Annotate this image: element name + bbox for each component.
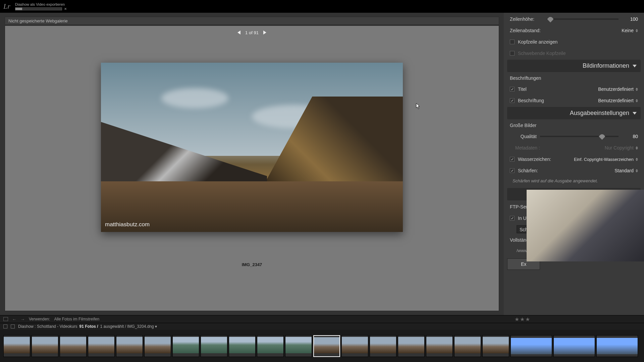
dropdown-arrows-icon <box>636 146 638 149</box>
dropdown-arrows-icon <box>636 88 638 91</box>
path-bar: Diashow : Schottland - Videokurs 91 Foto… <box>0 323 644 330</box>
bottom-panel: ← → Verwenden: Alle Fotos im Filmstreife… <box>0 315 644 362</box>
dropdown-arrows-icon <box>636 158 638 161</box>
photo-count: 91 Fotos / <box>79 324 98 329</box>
thumbnail[interactable] <box>32 335 58 357</box>
thumbnail[interactable] <box>398 335 425 357</box>
star-icon[interactable]: ★ <box>515 316 519 322</box>
thumbnail[interactable] <box>482 335 509 357</box>
collapse-icon <box>633 65 637 67</box>
filter-bar: ← → Verwenden: Alle Fotos im Filmstreife… <box>0 315 644 323</box>
dropdown-arrows-icon <box>636 99 638 102</box>
export-progress-label: Diashow als Video exportieren <box>15 2 67 6</box>
use-label: Verwenden: <box>29 317 50 321</box>
thumbnail[interactable] <box>370 335 396 357</box>
webcam-overlay <box>527 190 644 261</box>
thumbnail[interactable] <box>229 335 256 357</box>
dropdown-arrows-icon <box>636 29 638 32</box>
star-icon[interactable]: ★ <box>520 316 525 322</box>
thumbnail[interactable] <box>3 335 30 357</box>
thumbnail[interactable] <box>454 335 481 357</box>
thumbnail[interactable] <box>596 335 638 357</box>
thumbnail[interactable] <box>285 335 312 357</box>
photo-caption: IMG_2347 <box>242 262 262 267</box>
collapse-icon <box>633 112 637 115</box>
preview-pane: Nicht gespeicherte Webgalerie 1 of 91 <box>0 13 504 315</box>
export-progress-bar <box>15 7 62 10</box>
thumbnail[interactable] <box>60 335 87 357</box>
pager: 1 of 91 <box>237 29 266 36</box>
nav-next-icon[interactable]: → <box>20 317 25 322</box>
thumbnail[interactable] <box>341 335 368 357</box>
thumbnail[interactable] <box>88 335 115 357</box>
pager-text: 1 of 91 <box>245 30 259 35</box>
large-images-label: Große Bilder <box>507 121 641 130</box>
output-settings-panel-header[interactable]: Ausgabeeinstellungen <box>507 107 641 119</box>
app-logo: Lr <box>3 2 10 11</box>
titlebar: Lr Diashow als Video exportieren ✕ <box>0 0 644 13</box>
main-photo: matthiasbutz.com <box>101 63 403 232</box>
thumbnail-selected[interactable] <box>313 335 340 357</box>
sharpen-checkbox-row[interactable]: Schärfen: Standard <box>507 166 641 176</box>
grid-icon[interactable] <box>3 317 8 321</box>
thumbnail[interactable] <box>257 335 284 357</box>
watermark-text: matthiasbutz.com <box>105 221 150 228</box>
thumbnail[interactable] <box>553 335 595 357</box>
quality-slider[interactable]: Qualität 80 <box>507 131 641 141</box>
row-height-slider[interactable]: Zeilenhöhe: 100 <box>507 14 641 24</box>
metadata-dropdown: Metadaten : Nur Copyright <box>507 143 641 153</box>
thumbnail[interactable] <box>201 335 227 357</box>
title-checkbox-row[interactable]: Titel Benutzerdefiniert <box>507 84 641 94</box>
caption-checkbox-row[interactable]: Beschriftung Benutzerdefiniert <box>507 96 641 106</box>
thumbnail[interactable] <box>172 335 199 357</box>
collection-path[interactable]: Diashow : Schottland - Videokurs <box>18 324 77 329</box>
preview-canvas: 1 of 91 matthiasbutz.com IMG_2347 <box>5 25 499 311</box>
pager-prev-icon[interactable] <box>237 31 240 35</box>
rating-stars[interactable]: ★ ★ ★ <box>515 316 530 322</box>
gallery-tab[interactable]: Nicht gespeicherte Webgalerie <box>5 17 499 25</box>
settings-sidebar: Zeilenhöhe: 100 Zeilenabstand: Keine Kop… <box>504 13 644 315</box>
sharpen-hint: Schärfen wird auf die Ausgabe angewendet… <box>507 177 641 187</box>
filmstrip[interactable] <box>0 330 644 362</box>
thumbnail[interactable] <box>144 335 171 357</box>
show-header-checkbox[interactable]: Kopfzeile anzeigen <box>507 37 641 47</box>
thumbnail[interactable] <box>511 335 552 357</box>
star-icon[interactable]: ★ <box>525 316 530 322</box>
thumbnail[interactable] <box>116 335 143 357</box>
pager-next-icon[interactable] <box>263 31 266 35</box>
selected-info[interactable]: 1 ausgewählt / IMG_3204.dng ▾ <box>100 324 157 329</box>
dropdown-arrows-icon <box>636 169 638 172</box>
watermark-checkbox-row[interactable]: Wasserzeichen: Einf. Copyright-Wasserzei… <box>507 154 641 164</box>
floating-header-checkbox: Schwebende Kopfzeile <box>507 48 641 58</box>
window-icon[interactable] <box>3 324 7 328</box>
nav-prev-icon[interactable]: ← <box>12 317 16 322</box>
thumbnail[interactable] <box>426 335 453 357</box>
image-info-panel-header[interactable]: Bildinformationen <box>507 60 641 72</box>
row-spacing-dropdown[interactable]: Zeilenabstand: Keine <box>507 25 641 36</box>
use-value[interactable]: Alle Fotos im Filmstreifen <box>54 317 99 321</box>
captions-label: Beschriftungen <box>507 73 641 83</box>
window2-icon[interactable] <box>11 324 15 328</box>
progress-cancel-icon[interactable]: ✕ <box>64 7 67 11</box>
